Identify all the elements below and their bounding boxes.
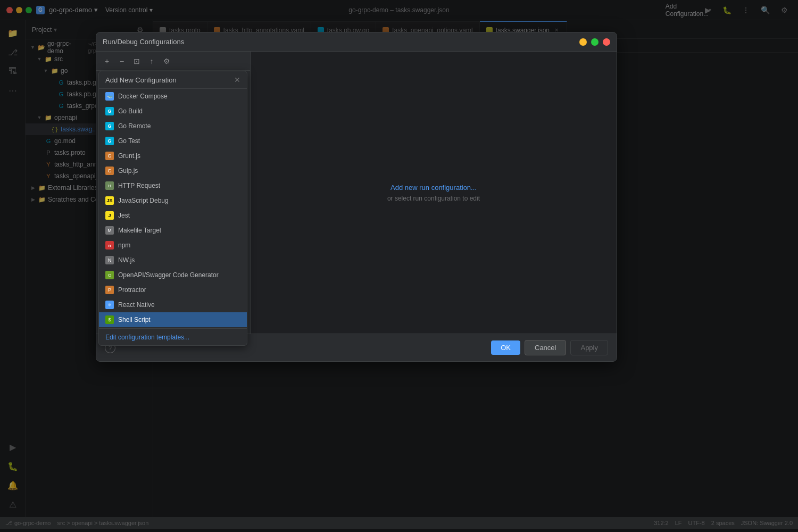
config-item-label: Go Test [118,137,140,145]
config-item-label: HTTP Request [118,182,160,189]
dialog-right-panel: Add new run configuration... or select r… [251,52,617,334]
nwjs-icon: N [105,256,114,264]
http-icon: H [105,181,114,190]
config-settings-button[interactable]: ⚙ [160,55,173,68]
add-new-header: Add New Configuration ✕ [99,71,247,89]
dialog-title: Run/Debug Configurations [103,38,184,46]
config-item-npm[interactable]: n npm [99,238,247,253]
add-config-button[interactable]: + [101,55,113,68]
config-item-grunt[interactable]: G Grunt.js [99,148,247,163]
gulp-icon: G [105,167,114,175]
config-item-openapi[interactable]: O OpenAPI/Swagger Code Generator [99,268,247,282]
config-item-label: Jest [118,212,130,219]
config-item-label: NW.js [118,256,135,264]
copy-config-button[interactable]: ⊡ [130,55,143,68]
cancel-button[interactable]: Cancel [525,340,566,355]
run-debug-dialog: Run/Debug Configurations + − [96,32,617,362]
add-new-run-config-link[interactable]: Add new run configuration... [390,184,477,192]
empty-config-message: Add new run configuration... or select r… [387,184,480,202]
docker-icon: 🐳 [105,92,114,101]
config-item-http-request[interactable]: H HTTP Request [99,178,247,193]
npm-icon: n [105,241,114,250]
go-icon: G [105,107,114,115]
protractor-icon: P [105,286,114,294]
add-new-footer: Edit configuration templates... [99,328,247,345]
config-item-label: Gulp.js [118,167,138,174]
react-native-icon: ⚛ [105,301,114,309]
config-item-label: React Native [118,301,155,309]
config-item-js-debug[interactable]: JS JavaScript Debug [99,193,247,208]
config-item-label: Grunt.js [118,152,140,160]
add-new-config-panel: Add New Configuration ✕ 🐳 Docker Compose… [98,71,247,346]
config-item-go-remote[interactable]: G Go Remote [99,119,247,134]
move-config-button[interactable]: ↑ [145,55,158,68]
config-item-go-test[interactable]: G Go Test [99,134,247,148]
openapi-icon: O [105,271,114,279]
go-icon: G [105,137,114,145]
grunt-icon: G [105,152,114,160]
config-item-shell-script[interactable]: $ Shell Script [99,312,247,327]
dialog-controls [579,38,610,46]
add-new-close-button[interactable]: ✕ [234,76,240,84]
config-item-docker-compose[interactable]: 🐳 Docker Compose [99,89,247,104]
add-new-list: 🐳 Docker Compose G Go Build G Go Remote … [99,89,247,328]
go-icon: G [105,122,114,130]
dialog-title-bar: Run/Debug Configurations [96,32,617,52]
empty-config-sub: or select run configuration to edit [387,195,480,202]
config-item-label: Protractor [118,286,146,294]
config-item-label: OpenAPI/Swagger Code Generator [118,271,219,279]
config-item-label: Makefile Target [118,227,161,234]
config-item-protractor[interactable]: P Protractor [99,282,247,297]
config-item-label: Docker Compose [118,93,168,100]
config-item-gulp[interactable]: G Gulp.js [99,163,247,178]
makefile-icon: M [105,226,114,235]
config-item-label: Shell Script [118,316,151,323]
config-item-nwjs[interactable]: N NW.js [99,253,247,268]
modal-overlay: Run/Debug Configurations + − [0,0,798,532]
edit-templates-link[interactable]: Edit configuration templates... [105,334,189,341]
config-item-jest[interactable]: J Jest [99,208,247,223]
dialog-minimize-button[interactable] [579,38,587,46]
config-item-label: Go Remote [118,122,151,130]
remove-config-button[interactable]: − [115,55,128,68]
dialog-close-button[interactable] [603,38,610,46]
dialog-toolbar: + − ⊡ ↑ ⚙ [96,52,250,71]
config-item-label: JavaScript Debug [118,197,169,204]
jest-icon: J [105,211,114,220]
config-item-react-native[interactable]: ⚛ React Native [99,297,247,312]
add-new-title: Add New Configuration [105,76,177,84]
config-item-label: Go Build [118,107,143,115]
config-item-label: npm [118,242,130,249]
js-icon: JS [105,196,114,205]
dialog-maximize-button[interactable] [591,38,598,46]
ok-button[interactable]: OK [491,340,520,355]
config-item-makefile[interactable]: M Makefile Target [99,223,247,238]
config-item-go-build[interactable]: G Go Build [99,104,247,119]
apply-button[interactable]: Apply [570,340,608,355]
shell-icon: $ [105,315,114,324]
